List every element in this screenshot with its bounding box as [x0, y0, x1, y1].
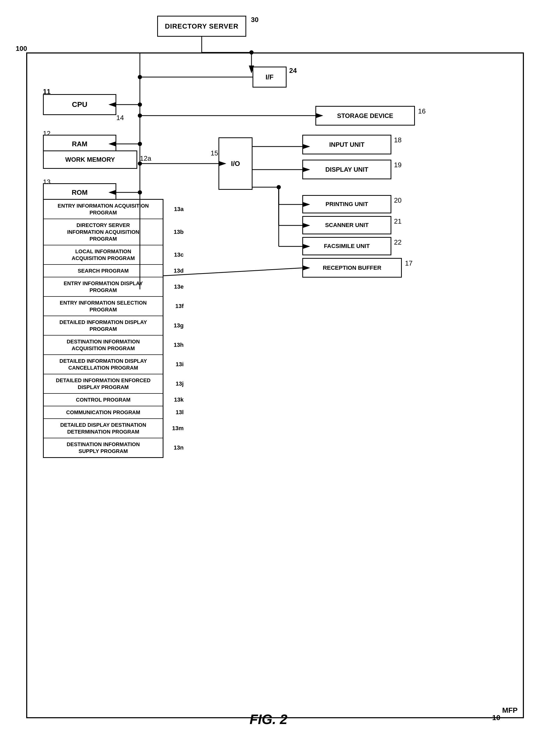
label-21: 21	[394, 217, 401, 225]
rom-label: ROM	[72, 189, 88, 197]
rom-program-row: DETAILED INFORMATION ENFORCEDDISPLAY PRO…	[44, 374, 163, 394]
label-10: 10	[492, 714, 500, 722]
directory-server-label: DIRECTORY SERVER	[165, 22, 239, 30]
rom-program-row: DESTINATION INFORMATIONSUPPLY PROGRAM13n	[44, 438, 163, 457]
work-memory-label: WORK MEMORY	[65, 156, 115, 163]
work-memory-box: WORK MEMORY	[43, 151, 137, 169]
rom-program-row: COMMUNICATION PROGRAM13l	[44, 406, 163, 419]
reception-buffer-label: RECEPTION BUFFER	[323, 264, 381, 271]
program-label: 13l	[176, 409, 184, 416]
printing-unit-label: PRINTING UNIT	[326, 201, 368, 208]
program-label: 13c	[174, 251, 184, 259]
label-12a: 12a	[140, 155, 151, 162]
program-label: 13n	[174, 444, 184, 452]
program-label: 13j	[176, 380, 184, 388]
program-label: 13f	[175, 302, 184, 310]
program-label: 13g	[174, 322, 184, 330]
label-20: 20	[394, 196, 401, 204]
program-label: 13k	[174, 396, 184, 404]
scanner-unit-label: SCANNER UNIT	[325, 222, 369, 229]
svg-point-32	[277, 185, 281, 189]
cpu-box: CPU	[43, 94, 116, 115]
if-label: I/F	[266, 73, 273, 81]
program-label: 13h	[174, 341, 184, 349]
program-label: 13m	[172, 425, 184, 432]
rom-program-row: SEARCH PROGRAM13d	[44, 265, 163, 277]
rom-program-row: DESTINATION INFORMATIONACQUISITION PROGR…	[44, 335, 163, 355]
rom-program-row: DETAILED INFORMATION DISPLAYPROGRAM13g	[44, 316, 163, 335]
if-box: I/F	[253, 67, 287, 88]
label-14: 14	[116, 114, 124, 122]
input-unit-box: INPUT UNIT	[302, 135, 392, 155]
svg-point-2	[138, 75, 142, 79]
facsimile-unit-box: FACSIMILE UNIT	[302, 237, 392, 255]
label-24: 24	[289, 67, 297, 75]
label-30: 30	[251, 16, 259, 24]
storage-device-label: STORAGE DEVICE	[337, 112, 393, 119]
rom-program-row: DETAILED DISPLAY DESTINATIONDETERMINATIO…	[44, 419, 163, 438]
svg-line-33	[163, 268, 302, 276]
ram-label: RAM	[72, 140, 87, 148]
program-label: 13a	[174, 205, 184, 213]
reception-buffer-box: RECEPTION BUFFER	[302, 258, 402, 278]
rom-program-row: ENTRY INFORMATION ACQUISITIONPROGRAM13a	[44, 200, 163, 219]
printing-unit-box: PRINTING UNIT	[302, 195, 392, 213]
display-unit-label: DISPLAY UNIT	[325, 166, 368, 173]
label-16: 16	[418, 107, 426, 115]
program-label: 13d	[174, 267, 184, 275]
storage-device-box: STORAGE DEVICE	[315, 106, 415, 126]
mfp-label: MFP	[502, 706, 517, 715]
label-17: 17	[405, 259, 413, 267]
mfp-box: MFP I/F 24 11 CPU 14 12 RAM WORK MEMORY …	[26, 52, 524, 718]
svg-point-11	[138, 190, 142, 195]
rom-program-row: CONTROL PROGRAM13k	[44, 394, 163, 406]
rom-program-row: ENTRY INFORMATION SELECTIONPROGRAM13f	[44, 297, 163, 316]
program-label: 13e	[174, 283, 184, 291]
rom-program-row: DIRECTORY SERVERINFORMATION ACQUISITIONP…	[44, 219, 163, 245]
label-19: 19	[394, 161, 401, 169]
cpu-label: CPU	[72, 100, 87, 109]
program-label: 13i	[176, 361, 184, 368]
label-22: 22	[394, 238, 401, 246]
svg-point-13	[138, 113, 142, 118]
scanner-unit-box: SCANNER UNIT	[302, 216, 392, 234]
rom-program-row: DETAILED INFORMATION DISPLAYCANCELLATION…	[44, 355, 163, 374]
label-18: 18	[394, 136, 401, 144]
program-label: 13b	[174, 228, 184, 236]
rom-program-row: LOCAL INFORMATIONACQUISITION PROGRAM13c	[44, 245, 163, 265]
rom-program-row: ENTRY INFORMATION DISPLAYPROGRAM13e	[44, 277, 163, 297]
io-label: I/O	[231, 160, 240, 168]
label-100: 100	[16, 45, 27, 53]
figure-caption: FIG. 2	[250, 711, 287, 727]
rom-programs-box: ENTRY INFORMATION ACQUISITIONPROGRAM13aD…	[43, 199, 163, 458]
facsimile-unit-label: FACSIMILE UNIT	[324, 243, 370, 249]
svg-point-5	[138, 103, 142, 107]
input-unit-label: INPUT UNIT	[329, 141, 365, 148]
svg-point-8	[138, 142, 142, 146]
io-box: I/O	[219, 137, 253, 190]
display-unit-box: DISPLAY UNIT	[302, 160, 392, 179]
directory-server-box: DIRECTORY SERVER	[157, 16, 246, 37]
label-15: 15	[211, 149, 218, 157]
